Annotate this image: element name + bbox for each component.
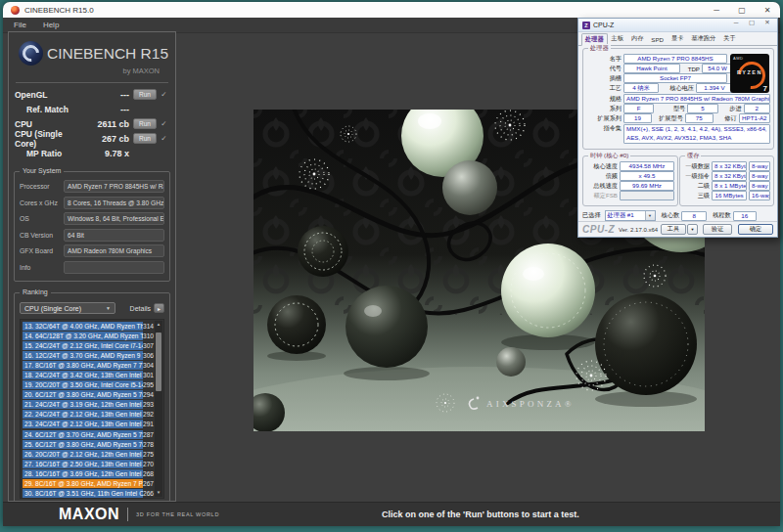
tab-mainboard[interactable]: 主板 — [608, 32, 627, 45]
details-label: Details — [130, 305, 151, 312]
ranking-row[interactable]: 15. 24C/24T @ 2.12 GHz, Intel Core i7-14… — [23, 340, 154, 350]
your-system-title: Your System — [20, 167, 64, 174]
opengl-run-button[interactable]: Run — [133, 89, 157, 100]
tab-bench[interactable]: 基准跑分 — [687, 32, 719, 45]
ranking-row[interactable]: 20. 6C/12T @ 3.80 GHz, AMD Ryzen 5 7600 … — [23, 390, 154, 400]
info-value — [64, 261, 164, 274]
ranking-row[interactable]: 26. 20C/20T @ 2.12 GHz, 12th Gen Intel C… — [23, 449, 154, 459]
ref-match-row: Ref. Match --- — [9, 102, 175, 116]
spec-label: 规格 — [586, 95, 623, 104]
ranking-row[interactable]: 16. 12C/24T @ 3.70 GHz, AMD Ryzen 9 7900… — [23, 350, 154, 360]
ranking-row[interactable]: 30. 8C/16T @ 3.51 GHz, 11th Gen Intel Co… — [23, 489, 154, 499]
cpuz-logo: CPU-Z — [582, 224, 615, 235]
ranking-row[interactable]: 19. 20C/20T @ 3.50 GHz, Intel Core i5-14… — [23, 380, 154, 390]
details-button[interactable]: ▸ — [154, 303, 164, 313]
cpu-check-icon[interactable]: ✓ — [159, 119, 169, 128]
ranking-row[interactable]: 24. 6C/12T @ 3.70 GHz, AMD Ryzen 5 7500F… — [23, 429, 154, 439]
menu-help[interactable]: Help — [43, 21, 59, 29]
l1d-way: 8-way — [749, 161, 770, 171]
cpu-run-button[interactable]: Run — [133, 118, 157, 129]
stepping-value: 2 — [744, 104, 770, 113]
cpu-single-value: 267 cb — [84, 134, 129, 144]
ext-model-label: 扩展型号 — [652, 114, 685, 123]
l1i-size: 8 x 32 KBytes — [712, 171, 747, 181]
clocks-group: 时钟 (核心 #0) 核心速度4934.58 MHz 倍频x 49.5 总线速度… — [582, 155, 678, 206]
bus-speed-label: 总线速度 — [586, 182, 620, 191]
amd-logo: AMD — [733, 56, 743, 61]
l3-way: 16-way — [749, 191, 770, 200]
ranking-row[interactable]: 17. 8C/16T @ 3.80 GHz, AMD Ryzen 7 7700 … — [23, 360, 154, 370]
family-label: 系列 — [586, 105, 623, 113]
technology-label: 工艺 — [586, 84, 623, 93]
ranking-row[interactable]: 18. 24C/24T @ 3.42 GHz, 13th Gen Intel C… — [23, 370, 154, 379]
opengl-check-icon[interactable]: ✓ — [159, 90, 169, 99]
cores-value: 8 Cores, 16 Threads @ 3.80 GHz — [64, 197, 164, 209]
scrollbar-thumb[interactable] — [156, 332, 161, 391]
tools-button[interactable]: 工具 — [661, 224, 686, 235]
ok-button[interactable]: 确定 — [738, 224, 773, 235]
maximize-icon[interactable]: ▢ — [744, 19, 760, 31]
ranking-scrollbar[interactable]: ▲ ▼ — [155, 321, 162, 497]
ranking-row[interactable]: 14. 64C/128T @ 3.20 GHz, AMD Ryzen Threa… — [23, 331, 154, 340]
window-controls: ─ ▢ ✕ — [704, 2, 780, 18]
cpuz-app-icon: Z — [582, 22, 590, 29]
processor-select[interactable]: 处理器 #1 ▼ — [605, 210, 656, 221]
cores-count-value: 8 — [681, 211, 707, 221]
voltage-value: 1.394 V — [696, 83, 733, 93]
cinebench-app-icon — [11, 6, 20, 15]
cpu-single-label: CPU (Single Core) — [15, 129, 84, 149]
menu-file[interactable]: File — [14, 21, 26, 29]
ranking-row[interactable]: 22. 24C/24T @ 2.12 GHz, 13th Gen Intel C… — [23, 410, 154, 420]
ext-family-value: 19 — [623, 113, 652, 123]
ranking-row[interactable]: 25. 6C/12T @ 3.80 GHz, AMD Ryzen 5 7600 … — [23, 439, 154, 449]
maximize-icon[interactable]: ▢ — [729, 2, 755, 18]
window-title: CINEBENCH R15.0 — [24, 6, 94, 15]
tab-about[interactable]: 关于 — [719, 32, 739, 45]
ranking-row[interactable]: 21. 24C/24T @ 3.19 GHz, 12th Gen Intel C… — [23, 400, 154, 410]
validate-button[interactable]: 验证 — [703, 224, 732, 235]
l2-size: 8 x 1 MBytes — [712, 181, 747, 191]
close-icon[interactable]: ✕ — [755, 2, 780, 18]
close-icon[interactable]: ✕ — [760, 19, 775, 31]
ranking-row[interactable]: 28. 16C/16T @ 3.69 GHz, 12th Gen Intel C… — [23, 468, 154, 478]
os-value: Windows 8, 64 Bit, Professional Edition … — [64, 212, 164, 225]
ranking-row[interactable]: 13. 32C/64T @ 4.00 GHz, AMD Ryzen Thread… — [23, 321, 154, 331]
model-value: 5 — [687, 104, 717, 113]
ranking-filter-select[interactable]: CPU (Single Core) ▼ — [20, 302, 115, 314]
minimize-icon[interactable]: ─ — [728, 19, 744, 31]
bus-speed-value: 99.69 MHz — [620, 181, 674, 191]
threads-count-value: 16 — [733, 211, 757, 221]
scroll-up-icon[interactable]: ▲ — [155, 321, 162, 329]
tab-graphics[interactable]: 显卡 — [668, 32, 687, 45]
processor-value: AMD Ryzen 7 PRO 8845HS w/ Radeon 780M — [64, 180, 164, 193]
ryzen-wordmark: RYZEN — [730, 69, 769, 75]
cpu-single-run-button[interactable]: Run — [133, 133, 157, 144]
l1d-label: 一级数据 — [683, 162, 712, 171]
ryzen-badge: AMD RYZEN 7 — [730, 54, 769, 93]
cpu-single-check-icon[interactable]: ✓ — [159, 134, 169, 143]
ext-family-label: 扩展系列 — [586, 114, 623, 123]
cpuz-version: Ver. 2.17.0.x64 — [619, 227, 658, 233]
ranking-row[interactable]: 23. 24C/24T @ 2.12 GHz, 13th Gen Intel C… — [23, 420, 154, 429]
ref-match-value: --- — [84, 105, 129, 114]
tools-caret-button[interactable]: ▼ — [687, 224, 698, 235]
chevron-down-icon: ▼ — [106, 305, 111, 311]
desktop: { "icons": { "minimize": "─", "maximize"… — [0, 0, 783, 532]
cpuz-window: Z CPU-Z ─ ▢ ✕ 处理器 主板 内存 SPD 显卡 基准跑分 关于 处… — [577, 18, 778, 238]
cores-count-label: 核心数 — [662, 211, 682, 220]
voltage-label: 核心电压 — [659, 84, 696, 93]
cb-version-value: 64 Bit — [64, 229, 164, 242]
technology-value: 4 纳米 — [623, 83, 659, 93]
ranking-row[interactable]: 27. 16C/16T @ 2.50 GHz, 13th Gen Intel C… — [23, 459, 154, 468]
l3-label: 三级 — [683, 192, 712, 200]
tab-memory[interactable]: 内存 — [627, 32, 647, 45]
ranking-group: Ranking CPU (Single Core) ▼ Details ▸ 13… — [14, 292, 170, 502]
tab-spd[interactable]: SPD — [647, 34, 668, 45]
revision-value: HPT1-A2 — [739, 113, 770, 123]
scroll-down-icon[interactable]: ▼ — [155, 489, 162, 497]
ranking-row-your-score[interactable]: 29. 8C/16T @ 3.80 GHz, AMD Ryzen 7 PRO 8… — [23, 479, 154, 489]
minimize-icon[interactable]: ─ — [704, 2, 729, 18]
cpuz-footer: CPU-Z Ver. 2.17.0.x64 工具 ▼ 验证 确定 — [578, 221, 777, 237]
your-system-group: Your System ProcessorAMD Ryzen 7 PRO 884… — [14, 171, 170, 282]
opengl-row: OpenGL --- Run ✓ — [9, 87, 175, 102]
